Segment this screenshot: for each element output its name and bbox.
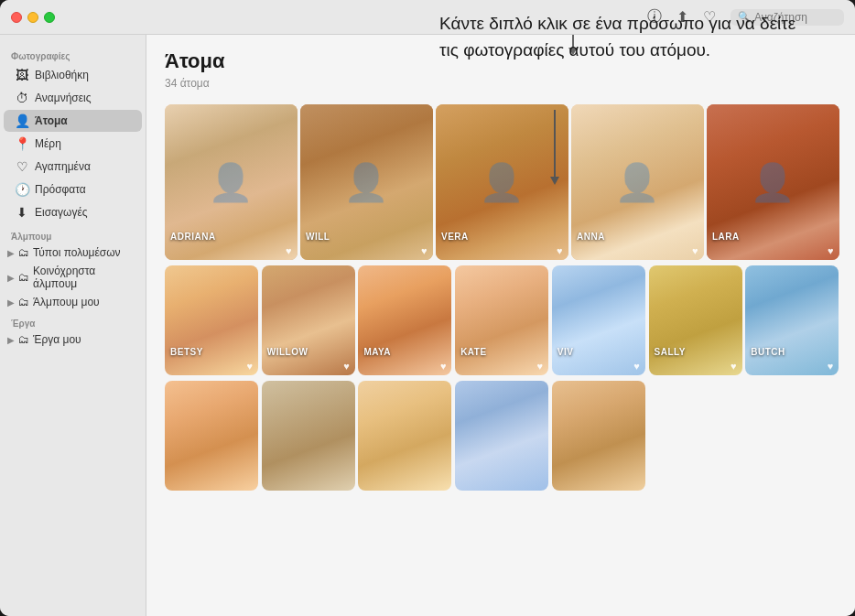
shared-icon: 🗂 — [18, 271, 29, 284]
person-card-butch[interactable]: Butch ♥ — [745, 265, 839, 375]
person-card-kate[interactable]: Kate ♥ — [455, 265, 548, 375]
heart-vera[interactable]: ♥ — [557, 245, 563, 256]
callout-line — [572, 35, 574, 49]
maximize-button[interactable] — [44, 12, 55, 23]
person-name-vera: VERA — [441, 232, 469, 242]
favorites-icon: ♡ — [15, 159, 29, 174]
person-card-maya[interactable]: Maya ♥ — [358, 265, 451, 375]
heart-lara[interactable]: ♥ — [828, 245, 834, 256]
heart-sally[interactable]: ♥ — [731, 361, 737, 372]
person-card-row3-2[interactable] — [262, 381, 355, 491]
person-card-row3-5[interactable] — [552, 381, 645, 491]
media-types-icon: 🗂 — [18, 246, 29, 259]
sidebar-section-photos: Φωτογραφίες — [0, 44, 146, 63]
content-area: Φωτογραφίες 🖼 Βιβλιοθήκη ⏱ Αναμνήσεις 👤 … — [0, 35, 855, 616]
sidebar-label-memories: Αναμνήσεις — [35, 92, 92, 104]
sidebar-item-shared[interactable]: ▶ 🗂 Κοινόχρηστα άλμπουμ — [0, 262, 146, 293]
heart-icon[interactable]: ♡ — [703, 8, 716, 26]
person-card-lara[interactable]: LARA ♥ — [707, 104, 839, 260]
person-name-willow: Willow — [267, 347, 308, 357]
person-card-viv[interactable]: Viv ♥ — [552, 265, 645, 375]
library-icon: 🖼 — [15, 68, 29, 82]
sidebar-item-people[interactable]: 👤 Άτομα — [4, 110, 142, 132]
chevron-icon-albums: ▶ — [7, 297, 15, 308]
info-icon[interactable]: ⓘ — [647, 7, 662, 27]
person-name-betsy: Betsy — [170, 347, 203, 357]
places-icon: 📍 — [15, 136, 29, 151]
person-card-vera[interactable]: VERA ♥ — [436, 104, 568, 260]
sidebar-label-library: Βιβλιοθήκη — [35, 69, 89, 81]
sidebar-label-my-projects: Έργα μου — [33, 333, 81, 346]
sidebar-item-imports[interactable]: ⬇ Εισαγωγές — [4, 201, 142, 223]
heart-viv[interactable]: ♥ — [633, 361, 640, 372]
chevron-icon-projects: ▶ — [7, 335, 15, 345]
chevron-icon: ▶ — [7, 248, 15, 258]
search-box[interactable]: 🔍 — [731, 9, 844, 26]
heart-kate[interactable]: ♥ — [537, 361, 544, 372]
person-card-anna[interactable]: ANNA ♥ — [571, 104, 704, 260]
sidebar-item-library[interactable]: 🖼 Βιβλιοθήκη — [4, 64, 142, 86]
sidebar-label-imports: Εισαγωγές — [35, 206, 88, 219]
people-row-1: ADRIANA ♥ WILL ♥ VERA ♥ ANNA ♥ — [165, 104, 837, 260]
person-card-betsy[interactable]: Betsy ♥ — [165, 265, 258, 375]
sidebar-label-my-albums: Άλμπουμ μου — [33, 296, 100, 308]
sidebar: Φωτογραφίες 🖼 Βιβλιοθήκη ⏱ Αναμνήσεις 👤 … — [0, 35, 146, 616]
person-card-row3-1[interactable] — [165, 381, 258, 491]
sidebar-item-memories[interactable]: ⏱ Αναμνήσεις — [4, 87, 142, 109]
sidebar-item-my-projects[interactable]: ▶ 🗂 Έργα μου — [0, 330, 146, 349]
person-card-sally[interactable]: Sally ♥ — [649, 265, 742, 375]
person-count: 34 άτομα — [165, 77, 837, 90]
person-name-butch: Butch — [751, 347, 785, 357]
search-input[interactable] — [754, 11, 837, 24]
person-card-adriana[interactable]: ADRIANA ♥ — [165, 104, 298, 260]
sidebar-label-media-types: Τύποι πολυμέσων — [33, 246, 121, 259]
heart-butch[interactable]: ♥ — [828, 361, 834, 372]
sidebar-label-places: Μέρη — [35, 137, 61, 150]
person-name-viv: Viv — [557, 347, 574, 357]
person-card-willow[interactable]: Willow ♥ — [262, 265, 355, 375]
titlebar: ⓘ ⬆ ♡ 🔍 — [0, 0, 855, 35]
sidebar-label-people: Άτομα — [35, 114, 68, 127]
person-name-maya: Maya — [363, 347, 391, 357]
heart-betsy[interactable]: ♥ — [246, 361, 253, 372]
person-card-row3-4[interactable] — [455, 381, 548, 491]
heart-willow[interactable]: ♥ — [343, 361, 350, 372]
person-card-will[interactable]: WILL ♥ — [300, 104, 433, 260]
people-icon: 👤 — [15, 113, 29, 128]
memories-icon: ⏱ — [15, 91, 29, 105]
page-title: Άτομα — [165, 49, 837, 73]
traffic-lights — [11, 12, 55, 23]
chevron-icon-shared: ▶ — [7, 273, 15, 283]
person-name-adriana: ADRIANA — [170, 232, 216, 242]
sidebar-label-shared: Κοινόχρηστα άλμπουμ — [33, 265, 138, 290]
search-icon: 🔍 — [738, 11, 751, 23]
people-row-3 — [165, 381, 837, 491]
recent-icon: 🕐 — [15, 182, 29, 197]
share-icon[interactable]: ⬆ — [676, 8, 688, 26]
toolbar: ⓘ ⬆ ♡ 🔍 — [647, 0, 844, 34]
person-name-will: WILL — [306, 232, 330, 242]
person-card-row3-3[interactable] — [358, 381, 451, 491]
projects-icon: 🗂 — [18, 333, 29, 346]
sidebar-item-recent[interactable]: 🕐 Πρόσφατα — [4, 178, 142, 200]
close-button[interactable] — [11, 12, 22, 23]
main-content: Κάντε διπλό κλικ σε ένα πρόσωπο για να δ… — [146, 35, 855, 616]
sidebar-item-my-albums[interactable]: ▶ 🗂 Άλμπουμ μου — [0, 293, 146, 311]
sidebar-item-media-types[interactable]: ▶ 🗂 Τύποι πολυμέσων — [0, 243, 146, 262]
person-name-kate: Kate — [460, 347, 486, 357]
my-albums-icon: 🗂 — [18, 296, 29, 308]
person-name-lara: LARA — [712, 232, 740, 242]
sidebar-label-favorites: Αγαπημένα — [35, 160, 91, 173]
minimize-button[interactable] — [27, 12, 38, 23]
person-name-sally: Sally — [655, 347, 686, 357]
app-window: ⓘ ⬆ ♡ 🔍 Φωτογραφίες 🖼 Βιβλιοθήκη ⏱ Αναμν… — [0, 0, 855, 616]
heart-anna[interactable]: ♥ — [692, 245, 698, 256]
sidebar-label-recent: Πρόσφατα — [35, 183, 86, 196]
heart-will[interactable]: ♥ — [421, 245, 428, 256]
heart-adriana[interactable]: ♥ — [286, 245, 292, 256]
imports-icon: ⬇ — [15, 205, 29, 220]
sidebar-item-places[interactable]: 📍 Μέρη — [4, 133, 142, 155]
heart-maya[interactable]: ♥ — [440, 361, 447, 372]
sidebar-item-favorites[interactable]: ♡ Αγαπημένα — [4, 156, 142, 178]
sidebar-section-albums: Άλμπουμ — [0, 224, 146, 243]
